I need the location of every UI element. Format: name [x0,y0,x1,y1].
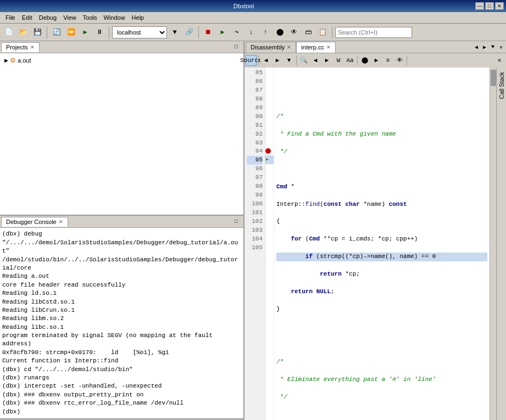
registers-button[interactable]: 📋 [316,26,329,39]
gutter-90 [265,111,274,120]
code-scrollbar[interactable] [490,68,496,420]
gutter-101 [265,208,274,217]
debug-pause-button[interactable]: ⏸ [93,26,106,39]
menu-edit[interactable]: Edit [19,13,36,22]
left-panel: Projects ✕ □ ▶ ⚙ a.out Debugger Console [0,41,244,418]
code-line-104 [276,411,487,419]
run-button[interactable]: ▶ [216,26,229,39]
src-find-word-button[interactable]: W [333,55,344,66]
src-bp-button[interactable]: ⬤ [359,55,370,66]
src-eval-button[interactable]: ≡ [382,55,393,66]
memory-button[interactable]: 🗃 [302,26,315,39]
menu-view[interactable]: View [60,13,80,22]
menu-file[interactable]: File [2,13,19,22]
debugger-tab-label: Debugger Console [6,219,57,225]
toolbar-sep-1 [47,26,47,38]
ln-103: 103 [247,226,263,235]
debugger-close-icon[interactable]: ✕ [59,219,63,225]
code-line-91: Cmd * [276,183,487,192]
main-toolbar: 📄 📂 💾 🔄 ⏩ ▶ ⏸ localhost ▼ 🔗 ⏹ ▶ ↷ ↓ ↑ ⬤ … [0,24,506,41]
ln-89: 89 [247,104,263,113]
breakpoint-button[interactable]: ⬤ [273,26,286,39]
save-button[interactable]: 💾 [31,26,44,39]
projects-close-icon[interactable]: ✕ [30,44,35,50]
ln-97: 97 [247,173,263,182]
gutter-94 [265,147,274,155]
code-line-94: for (Cmd **cp = i_cmds; *cp; cpp++) [276,235,487,244]
code-content[interactable]: /* * Find a Cmd with the given name */ C… [274,68,490,420]
src-close-button[interactable]: ✕ [494,55,505,66]
tab-close-all-button[interactable]: ✕ [497,43,505,52]
window-controls[interactable]: — □ ✕ [475,2,506,10]
maximize-button[interactable]: □ [485,2,494,10]
code-line-90 [276,165,487,174]
code-line-101: /* [276,358,487,367]
ln-93: 93 [247,139,263,148]
watch-button[interactable]: 👁 [287,26,301,39]
debug-run-button[interactable]: 🔄 [50,26,63,39]
src-find-prev-button[interactable]: ◀ [310,55,321,66]
target-selector[interactable]: localhost [112,26,167,38]
code-line-98: } [276,305,487,314]
projects-tab-bar: Projects ✕ □ [0,41,243,53]
tree-item-aout[interactable]: ▶ ⚙ a.out [2,55,241,65]
projects-maximize-button[interactable]: □ [232,43,240,51]
tab-disassembly[interactable]: Disassembly ✕ [246,42,296,53]
open-button[interactable]: 📂 [16,26,30,39]
menu-tools[interactable]: Tools [80,13,101,22]
src-back-button[interactable]: ◀ [260,55,271,66]
menubar: File Edit Debug View Tools Window Help [0,12,506,24]
gutter-89 [265,103,274,111]
console-content[interactable]: (dbx) debug "/.../.../demol/SolarisStudi… [0,228,243,418]
menu-debug[interactable]: Debug [36,13,60,22]
menu-help[interactable]: Help [129,13,148,22]
new-project-button[interactable]: 📄 [2,26,15,39]
src-search-button[interactable]: 🔍 [298,55,309,66]
code-line-96: return *cp; [276,270,487,279]
step-over-button[interactable]: ↷ [230,26,243,39]
disassembly-close-icon[interactable]: ✕ [287,44,291,50]
close-button[interactable]: ✕ [495,2,504,10]
projects-panel: Projects ✕ □ ▶ ⚙ a.out [0,41,243,216]
target-dropdown-button[interactable]: ▼ [168,26,181,39]
interp-close-icon[interactable]: ✕ [326,44,331,50]
code-line-93: { [276,217,487,226]
tree-expand-icon[interactable]: ▶ [4,58,8,63]
debug-step-button[interactable]: ⏩ [64,26,77,39]
src-find-next-button[interactable]: ▶ [321,55,332,66]
projects-content: ▶ ⚙ a.out [0,53,243,215]
interp-tab-label: interp.cc [301,44,324,51]
tab-nav-right[interactable]: ▶ [481,43,488,52]
code-line-85 [276,77,487,86]
step-out-button[interactable]: ↑ [259,26,272,39]
tab-interp-cc[interactable]: interp.cc ✕ [296,42,336,53]
search-input[interactable] [335,27,412,38]
code-line-86 [276,95,487,104]
gutter-96 [265,164,274,173]
source-tab-button[interactable]: Source [246,55,257,66]
tab-menu-button[interactable]: ▼ [489,43,497,51]
connect-button[interactable]: 🔗 [182,26,196,39]
callstack-label: Call Stack [497,68,506,104]
tab-nav-left[interactable]: ◀ [472,43,480,52]
gutter-99 [265,191,274,199]
menu-window[interactable]: Window [100,13,128,22]
step-into-button[interactable]: ↓ [244,26,258,39]
debugger-maximize-button[interactable]: □ [232,217,240,226]
gutter-104 [265,234,274,243]
debugger-console-tab[interactable]: Debugger Console ✕ [1,217,68,227]
debug-continue-button[interactable]: ▶ [79,26,92,39]
projects-tab[interactable]: Projects ✕ [1,42,40,52]
src-watch-button[interactable]: 👁 [394,55,405,66]
src-sep-2 [296,55,297,65]
src-fwd-button[interactable]: ▶ [272,55,283,66]
src-history-button[interactable]: ▼ [283,55,294,66]
minimize-button[interactable]: — [475,2,484,10]
scrollbar-thumb [491,70,496,86]
debugger-panel: Debugger Console ✕ □ (dbx) debug "/.../.… [0,216,243,418]
src-run-to-button[interactable]: ▶ [371,55,382,66]
src-sep-4 [407,55,407,65]
code-line-99 [276,323,487,332]
src-find-case-button[interactable]: Aa [344,55,355,66]
stop-button[interactable]: ⏹ [202,26,215,39]
